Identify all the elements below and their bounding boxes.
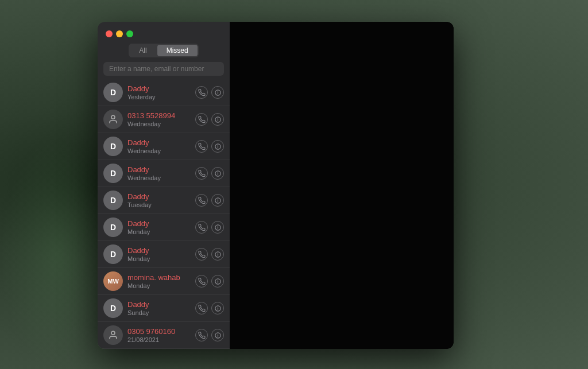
tab-missed[interactable]: Missed (157, 45, 198, 56)
call-actions (195, 113, 224, 126)
call-time: Wednesday (127, 174, 191, 181)
call-info: Daddy Tuesday (127, 192, 191, 208)
call-actions (195, 302, 224, 314)
phone-button[interactable] (195, 86, 208, 99)
info-button[interactable] (211, 221, 224, 234)
avatar: D (103, 217, 123, 237)
call-time: 21/08/2021 (127, 336, 191, 343)
call-actions (195, 167, 224, 180)
search-input[interactable] (103, 62, 224, 76)
call-time: Tuesday (127, 201, 191, 208)
search-bar (98, 62, 230, 79)
call-item[interactable]: 0313 5528994 Wednesday (98, 106, 230, 133)
call-item[interactable]: D Daddy Tuesday (98, 187, 230, 214)
title-bar (98, 22, 230, 44)
call-item[interactable]: 0305 9760160 21/08/2021 (98, 322, 230, 349)
avatar: D (103, 191, 123, 210)
call-info: Daddy Sunday (127, 300, 191, 316)
avatar: D (103, 164, 123, 183)
phone-button[interactable] (195, 275, 208, 288)
avatar: D (103, 298, 123, 318)
info-button[interactable] (211, 86, 224, 99)
call-info: Daddy Wednesday (127, 138, 191, 154)
call-info: Daddy Monday (127, 219, 191, 235)
call-actions (195, 329, 224, 341)
call-info: 0305 9760160 21/08/2021 (127, 327, 191, 343)
info-button[interactable] (211, 113, 224, 126)
facetime-window: All Missed D Daddy Yesterday (98, 22, 454, 349)
call-time: Wednesday (127, 147, 191, 154)
avatar (103, 110, 123, 129)
recents-panel: All Missed D Daddy Yesterday (98, 22, 230, 349)
call-name: Daddy (127, 246, 191, 255)
call-name: Daddy (127, 300, 191, 309)
call-actions (195, 86, 224, 99)
tab-all[interactable]: All (130, 45, 156, 56)
call-name: 0305 9760160 (127, 327, 191, 336)
tab-group: All Missed (129, 44, 198, 57)
call-name: Daddy (127, 138, 191, 147)
call-name: 0313 5528994 (127, 111, 191, 120)
call-actions (195, 194, 224, 207)
phone-button[interactable] (195, 194, 208, 207)
call-time: Monday (127, 255, 191, 262)
svg-point-3 (111, 115, 115, 119)
maximize-button[interactable] (126, 30, 133, 37)
call-name: Daddy (127, 192, 191, 201)
info-button[interactable] (211, 302, 224, 314)
phone-button[interactable] (195, 329, 208, 341)
info-button[interactable] (211, 248, 224, 261)
call-actions (195, 140, 224, 153)
phone-button[interactable] (195, 248, 208, 261)
tab-bar: All Missed (98, 44, 230, 62)
svg-point-28 (111, 331, 115, 335)
call-time: Wednesday (127, 121, 191, 127)
call-time: Monday (127, 228, 191, 235)
phone-button[interactable] (195, 221, 208, 234)
call-actions (195, 248, 224, 261)
call-time: Monday (127, 282, 191, 289)
call-item[interactable]: D Daddy Sunday (98, 295, 230, 322)
avatar: MW (103, 271, 123, 291)
phone-button[interactable] (195, 302, 208, 314)
call-name: Daddy (127, 165, 191, 174)
calls-list: D Daddy Yesterday (98, 79, 230, 349)
phone-button[interactable] (195, 113, 208, 126)
call-info: Daddy Wednesday (127, 165, 191, 181)
info-button[interactable] (211, 329, 224, 341)
call-name: Daddy (127, 84, 191, 93)
call-item[interactable]: MW momina. wahab Monday (98, 268, 230, 295)
info-button[interactable] (211, 275, 224, 288)
call-info: Daddy Yesterday (127, 84, 191, 100)
call-item[interactable]: D Daddy Yesterday (98, 79, 230, 106)
call-time: Sunday (127, 309, 191, 316)
info-button[interactable] (211, 194, 224, 207)
call-info: momina. wahab Monday (127, 273, 191, 289)
info-button[interactable] (211, 167, 224, 180)
call-info: 0313 5528994 Wednesday (127, 111, 191, 127)
phone-button[interactable] (195, 167, 208, 180)
call-name: Daddy (127, 219, 191, 228)
call-actions (195, 221, 224, 234)
call-name: momina. wahab (127, 273, 191, 282)
avatar: D (103, 137, 123, 156)
call-actions (195, 275, 224, 288)
close-button[interactable] (106, 30, 113, 37)
video-panel (230, 22, 454, 349)
minimize-button[interactable] (116, 30, 123, 37)
call-info: Daddy Monday (127, 246, 191, 262)
phone-button[interactable] (195, 140, 208, 153)
avatar: D (103, 83, 123, 102)
avatar (103, 325, 123, 345)
video-background (230, 22, 454, 349)
avatar: D (103, 244, 123, 264)
call-item[interactable]: D Daddy Wednesday (98, 133, 230, 160)
call-time: Yesterday (127, 94, 191, 100)
info-button[interactable] (211, 140, 224, 153)
call-item[interactable]: D Daddy Wednesday (98, 160, 230, 187)
call-item[interactable]: D Daddy Monday (98, 241, 230, 268)
call-item[interactable]: D Daddy Monday (98, 214, 230, 241)
